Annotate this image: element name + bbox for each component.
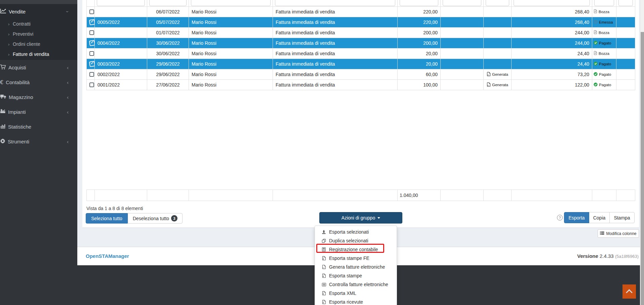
page-scrollbar-thumb[interactable]: [641, 32, 644, 305]
menu-item-esporta-stampe[interactable]: Esporta stampe: [315, 271, 397, 280]
sidebar-subitem-fatture-di-vendita[interactable]: ›Fatture di vendita: [0, 49, 77, 59]
cell-ragione-sociale: Mario Rossi: [189, 59, 273, 69]
row-checkbox[interactable]: [89, 30, 94, 35]
cell-numero: [95, 7, 147, 17]
cell-extra: [616, 17, 635, 28]
sidebar-item-label: Contabilità: [6, 79, 30, 85]
cell-fe: [484, 28, 512, 38]
cell-ragione-sociale: Mario Rossi: [189, 38, 273, 48]
cell-descrizione: Fattura immediata di vendita: [273, 17, 398, 28]
sidebar-item-contabilit-[interactable]: €Contabilità‹: [0, 75, 77, 90]
summary-cell: [441, 190, 484, 201]
filter-input-col10[interactable]: [618, 0, 633, 6]
export-esporta-button[interactable]: Esporta: [564, 212, 589, 223]
deselect-all-button[interactable]: Deseleziona tutto 3: [128, 213, 183, 224]
scroll-to-top-button[interactable]: [622, 284, 636, 299]
menu-item-duplica-selezionati[interactable]: Duplica selezionati: [315, 236, 397, 245]
cell-stato: Bozza: [592, 28, 616, 38]
cell-totale: 122,00: [512, 80, 592, 90]
table-row[interactable]: 0002/202229/06/2022Mario RossiFattura im…: [87, 69, 635, 80]
help-icon[interactable]: ?: [557, 215, 563, 221]
sidebar-subitem-label: Contratti: [13, 21, 31, 27]
modify-columns-button[interactable]: Modifica colonne: [598, 229, 639, 238]
row-checkbox[interactable]: [89, 82, 94, 87]
columns-list-icon: [600, 231, 604, 236]
status-badge: Pagato: [599, 72, 611, 76]
page-scrollbar-track[interactable]: [640, 0, 644, 305]
zip-file-icon: [321, 300, 326, 304]
table-row[interactable]: 0003/202229/06/2022Mario RossiFattura im…: [87, 59, 635, 69]
sidebar-item-statistiche[interactable]: Statistiche: [0, 119, 77, 134]
download-icon: [321, 230, 326, 234]
group-actions-button[interactable]: Azioni di gruppo: [319, 212, 402, 224]
version-build: (5a18f6963): [615, 254, 639, 259]
file-code-icon: [321, 265, 326, 269]
status-badge: Pagato: [599, 83, 611, 87]
app-brand-link[interactable]: OpenSTAManager: [86, 253, 129, 259]
menu-item-esporta-xml[interactable]: Esporta XML: [315, 289, 397, 298]
row-checkbox-checked[interactable]: [89, 19, 95, 25]
row-checkbox[interactable]: [89, 9, 94, 14]
table-row[interactable]: 0005/202205/07/2022Mario RossiFattura im…: [87, 17, 635, 28]
menu-item-label: Esporta stampe: [329, 273, 362, 278]
truck-icon: [0, 94, 6, 100]
filter-input-col7[interactable]: [486, 0, 509, 6]
row-checkbox[interactable]: [89, 72, 94, 77]
menu-item-esporta-stampe-fe[interactable]: Esporta stampe FE: [315, 254, 397, 263]
cell-fe: Generata: [484, 69, 512, 80]
sidebar-partial-item: [0, 0, 77, 4]
sidebar-subitem-ordini-cliente[interactable]: ›Ordini cliente: [0, 39, 77, 49]
filter-input-col2[interactable]: [149, 0, 187, 6]
menu-item-esporta-selezionati[interactable]: Esporta selezionati: [315, 228, 397, 236]
export-copia-button[interactable]: Copia: [589, 212, 610, 223]
deselect-all-label: Deseleziona tutto: [133, 216, 169, 221]
cell-numero: 0004/2022: [95, 38, 147, 48]
row-checkbox-checked[interactable]: [89, 61, 95, 67]
table-row[interactable]: 0001/202227/06/2022Mario RossiFattura im…: [87, 80, 635, 90]
cell-numero: 0005/2022: [95, 17, 147, 28]
summary-cell: [95, 190, 147, 201]
cell-extra: [616, 7, 635, 17]
sidebar-item-vendite[interactable]: Vendite›: [0, 4, 77, 19]
cell-data: 30/06/2022: [147, 48, 189, 59]
table-row[interactable]: 01/07/2022Mario RossiFattura immediata d…: [87, 28, 635, 38]
table-row[interactable]: 0004/202230/06/2022Mario RossiFattura im…: [87, 38, 635, 48]
summary-cell: [87, 190, 95, 201]
app-root: Vendite››Contratti›Preventivi›Ordini cli…: [0, 0, 644, 305]
menu-item-esporta-ricevute[interactable]: Esporta ricevute: [315, 298, 397, 305]
cell-totale: 268,40: [512, 17, 592, 28]
sidebar-item-impianti[interactable]: Impianti‹: [0, 104, 77, 119]
sidebar-subitem-preventivi[interactable]: ›Preventivi: [0, 29, 77, 39]
filter-input-col3[interactable]: [191, 0, 271, 6]
cell-empty: [441, 59, 484, 69]
filter-input-col6[interactable]: [443, 0, 481, 6]
filter-input-col5[interactable]: [400, 0, 438, 6]
sidebar-item-acquisti[interactable]: Acquisti‹: [0, 60, 77, 75]
row-checkbox-checked[interactable]: [89, 40, 95, 46]
row-checkbox[interactable]: [89, 51, 94, 56]
cell-stato: Pagato: [592, 59, 616, 69]
version-label: Versione: [577, 253, 598, 259]
table-row[interactable]: 06/07/2022Mario RossiFattura immediata d…: [87, 7, 635, 17]
sidebar-tree-open: Vendite››Contratti›Preventivi›Ordini cli…: [0, 4, 77, 60]
menu-item-genera-fatture-elettroniche[interactable]: Genera fatture elettroniche: [315, 263, 397, 271]
menu-item-controlla-fatture-elettroniche[interactable]: Controlla fatture elettroniche: [315, 280, 397, 289]
cell-ragione-sociale: Mario Rossi: [189, 7, 273, 17]
cell-descrizione: Fattura immediata di vendita: [273, 80, 398, 90]
sidebar-item-strumenti[interactable]: Strumenti‹: [0, 134, 77, 149]
sidebar-item-magazzino[interactable]: Magazzino‹: [0, 90, 77, 104]
filter-input-col4[interactable]: [275, 0, 395, 6]
menu-item-registrazione-contabile[interactable]: Registrazione contabile: [315, 245, 397, 254]
filter-input-col8[interactable]: [514, 0, 590, 6]
cell-stato: Bozza: [592, 48, 616, 59]
menu-item-label: Registrazione contabile: [329, 247, 378, 252]
cell-imponibile: 20,00: [398, 48, 441, 59]
select-all-button[interactable]: Seleziona tutto: [86, 213, 128, 224]
filter-input-col1[interactable]: [97, 0, 145, 6]
export-stampa-button[interactable]: Stampa: [609, 212, 635, 223]
sidebar-subitem-contratti[interactable]: ›Contratti: [0, 19, 77, 29]
cell-imponibile: 20,00: [398, 59, 441, 69]
table-row[interactable]: 30/06/2022Mario RossiFattura immediata d…: [87, 48, 635, 59]
check-circle-icon: [594, 72, 598, 77]
filter-input-col9[interactable]: [594, 0, 614, 6]
